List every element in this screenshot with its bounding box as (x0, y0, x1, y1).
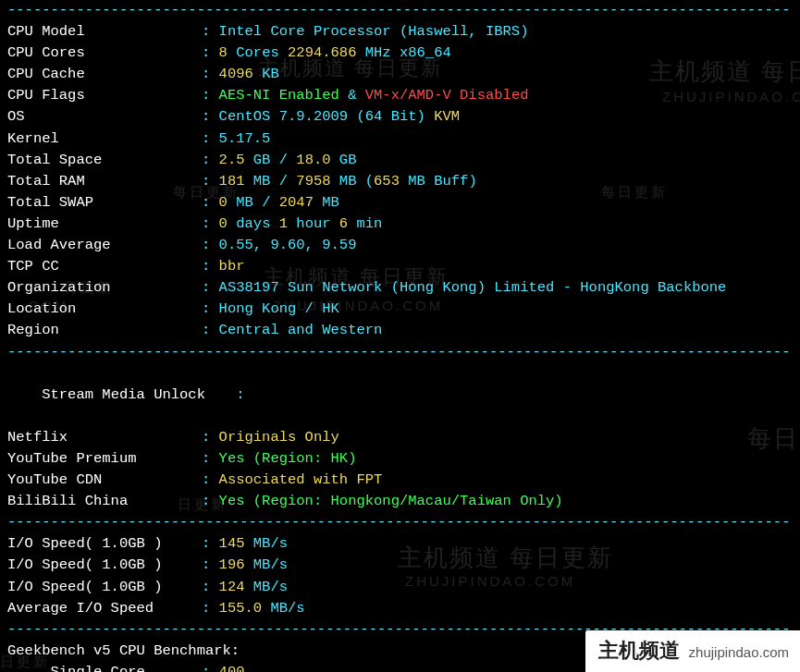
footer-title: 主机频道 (598, 636, 680, 666)
info-label: Region (7, 320, 202, 341)
colon: : (202, 152, 219, 168)
footer-badge: 主机频道 zhujipindao.com (585, 630, 800, 672)
value-part: CentOS 7.9.2009 (64 Bit) (219, 108, 435, 125)
info-value: 8 Cores 2294.686 MHz x86_64 (219, 43, 451, 64)
io-block: I/O Speed( 1.0GB ): 145 MB/sI/O Speed( 1… (7, 533, 793, 618)
colon: : (202, 556, 219, 573)
info-row: Location: Hong Kong / HK (7, 299, 793, 320)
info-value: Associated with FPT (219, 470, 383, 491)
info-value: Originals Only (219, 427, 339, 448)
value-part: 6 (339, 215, 348, 232)
value-part: 1 (279, 215, 288, 232)
value-part: 2047 (279, 194, 314, 211)
info-label: CPU Cores (7, 43, 202, 64)
info-label: Average I/O Speed (7, 598, 202, 619)
value-part: 181 (219, 173, 245, 189)
info-row: Organization: AS38197 Sun Network (Hong … (7, 277, 793, 299)
info-value: 2.5 GB / 18.0 GB (219, 150, 357, 171)
info-label: Uptime (7, 214, 202, 235)
info-row: TCP CC: bbr (7, 256, 793, 277)
value-part: MB / (228, 194, 279, 211)
colon: : (202, 279, 219, 296)
info-label: Total SWAP (7, 192, 202, 214)
info-value: 155.0 MB/s (219, 598, 305, 619)
terminal-output: ----------------------------------------… (0, 0, 800, 672)
value-part: 4096 (219, 66, 253, 82)
info-value: 145 MB/s (219, 533, 288, 555)
info-row: Uptime: 0 days 1 hour 6 min (7, 214, 793, 235)
info-label: I/O Speed( 1.0GB ) (7, 577, 202, 598)
colon: : (202, 66, 219, 82)
value-part: x86_64 (400, 44, 451, 61)
info-value: 0.55, 9.60, 9.59 (219, 235, 357, 256)
value-part: GB (331, 152, 357, 168)
info-row: OS: CentOS 7.9.2009 (64 Bit) KVM (7, 106, 793, 128)
value-part: min (348, 215, 382, 232)
footer-domain: zhujipindao.com (689, 642, 789, 663)
value-part: 145 (219, 535, 245, 552)
info-value: 4096 KB (219, 64, 279, 85)
info-value: 0 days 1 hour 6 min (219, 214, 383, 235)
info-row: CPU Flags: AES-NI Enabled & VM-x/AMD-V D… (7, 85, 793, 106)
info-row: Average I/O Speed: 155.0 MB/s (7, 598, 793, 619)
info-row: I/O Speed( 1.0GB ): 124 MB/s (7, 577, 793, 598)
info-row: Load Average: 0.55, 9.60, 9.59 (7, 235, 793, 256)
info-row: CPU Model: Intel Core Processor (Haswell… (7, 21, 793, 43)
value-part: KB (253, 66, 279, 82)
stream-media-block: Netflix: Originals OnlyYouTube Premium: … (7, 427, 793, 512)
info-label: Location (7, 299, 202, 320)
value-part: & (339, 87, 365, 104)
colon: : (202, 429, 219, 446)
colon: : (202, 535, 219, 552)
value-part: 8 (219, 44, 228, 61)
colon: : (202, 471, 219, 488)
value-part: 2.5 (219, 152, 245, 168)
value-part: 7958 (296, 173, 330, 189)
info-label: Single Core (7, 662, 202, 672)
info-value: AES-NI Enabled & VM-x/AMD-V Disabled (219, 85, 529, 106)
value-part: days (228, 215, 279, 232)
colon: : (202, 130, 219, 147)
colon: : (202, 194, 219, 211)
stream-header: Stream Media Unlock: (7, 363, 793, 427)
info-value: 400 (219, 662, 245, 672)
info-row: I/O Speed( 1.0GB ): 145 MB/s (7, 533, 793, 555)
colon: : (202, 44, 219, 61)
colon: : (202, 579, 219, 595)
info-value: Intel Core Processor (Haswell, IBRS) (219, 21, 529, 43)
info-label: I/O Speed( 1.0GB ) (7, 533, 202, 555)
value-part: AES-NI Enabled (219, 87, 339, 104)
info-label: YouTube CDN (7, 470, 202, 491)
value-part: MB (314, 194, 339, 211)
info-label: YouTube Premium (7, 448, 202, 470)
value-part: 124 (219, 579, 245, 595)
info-label: OS (7, 106, 202, 128)
info-label: TCP CC (7, 256, 202, 277)
colon: : (202, 87, 219, 104)
info-label: CPU Flags (7, 85, 202, 106)
colon: : (202, 258, 219, 275)
info-row: Total RAM: 181 MB / 7958 MB (653 MB Buff… (7, 171, 793, 192)
info-value: Central and Western (219, 320, 383, 341)
value-part: MB ( (331, 173, 375, 189)
info-row: Region: Central and Western (7, 320, 793, 341)
info-value: 124 MB/s (219, 577, 288, 598)
value-part: Cores (228, 44, 288, 61)
info-value: 5.17.5 (219, 128, 271, 150)
info-value: CentOS 7.9.2009 (64 Bit) KVM (219, 106, 460, 128)
info-value: AS38197 Sun Network (Hong Kong) Limited … (219, 277, 727, 299)
info-value: Hong Kong / HK (219, 299, 339, 320)
colon: : (202, 600, 219, 617)
colon: : (202, 450, 219, 467)
info-label: Organization (7, 277, 202, 299)
value-part: 155.0 (219, 600, 263, 617)
stream-header-label: Stream Media Unlock (42, 385, 236, 406)
value-part: 196 (219, 556, 245, 573)
info-label: Netflix (7, 427, 202, 448)
info-label: Kernel (7, 128, 202, 150)
info-value: Yes (Region: Hongkong/Macau/Taiwan Only) (219, 491, 563, 512)
info-row: CPU Cache: 4096 KB (7, 64, 793, 85)
separator: ----------------------------------------… (7, 0, 793, 21)
system-info-block: CPU Model: Intel Core Processor (Haswell… (7, 21, 793, 341)
colon: : (202, 322, 219, 338)
